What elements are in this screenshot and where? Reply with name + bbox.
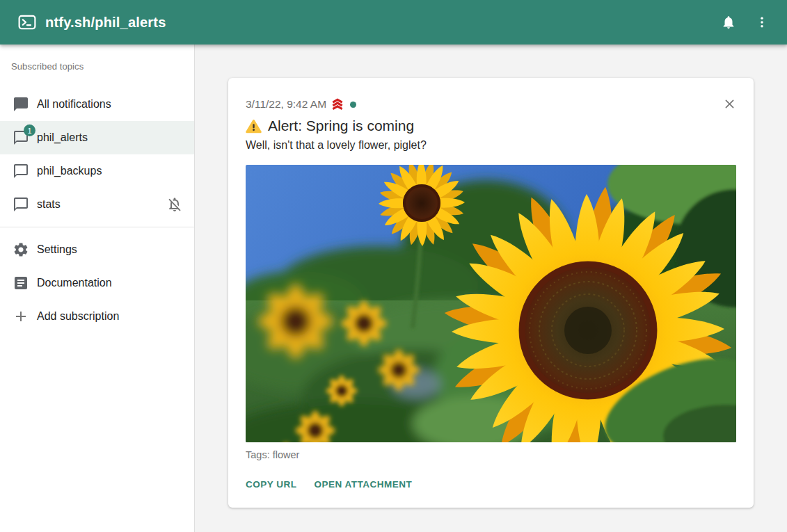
chat-bubble-filled-icon [13, 96, 29, 113]
notification-timestamp: 3/11/22, 9:42 AM [246, 98, 326, 111]
sidebar-item-all-notifications[interactable]: All notifications [0, 88, 194, 121]
sunflower-photo [246, 165, 736, 442]
sidebar-item-stats[interactable]: stats [0, 188, 194, 221]
priority-max-icon [331, 97, 344, 111]
main-area: 3/11/22, 9:42 AM Alert: Spring is comi [195, 45, 787, 532]
app-bar: ntfy.sh/phil_alerts [0, 0, 787, 45]
notification-title-row: Alert: Spring is coming [246, 118, 736, 134]
chat-bubble-outline-icon [13, 163, 29, 179]
sidebar-item-phil-alerts[interactable]: 1 phil_alerts [0, 121, 194, 154]
sidebar-item-settings[interactable]: Settings [0, 233, 194, 266]
open-attachment-button[interactable]: OPEN ATTACHMENT [315, 478, 413, 491]
attachment-image[interactable] [246, 165, 736, 442]
bell-icon [721, 15, 736, 30]
close-notification-button[interactable] [720, 95, 738, 113]
copy-url-button[interactable]: COPY URL [246, 478, 297, 491]
topic-list: All notifications 1 phil_alerts [0, 88, 194, 221]
overflow-menu-button[interactable] [745, 6, 779, 39]
sidebar-item-label: Settings [37, 243, 77, 256]
sidebar-menu: Settings Documentation [0, 233, 194, 333]
sidebar-item-label: Add subscription [37, 310, 119, 323]
sidebar-item-add-subscription[interactable]: Add subscription [0, 300, 194, 333]
plus-icon [13, 308, 29, 325]
sidebar-divider [0, 227, 194, 227]
notifications-button[interactable] [712, 6, 745, 39]
chat-bubble-outline-icon: 1 [13, 129, 29, 146]
unread-dot-icon [350, 102, 356, 108]
notification-tags: Tags: flower [246, 449, 736, 460]
notification-title: Alert: Spring is coming [268, 118, 414, 134]
close-icon [723, 97, 736, 111]
sidebar-item-documentation[interactable]: Documentation [0, 266, 194, 300]
sidebar-item-label: All notifications [37, 98, 111, 111]
notification-meta-row: 3/11/22, 9:42 AM [246, 97, 736, 111]
notification-body: Well, isn't that a lovely flower, piglet… [246, 139, 736, 152]
kebab-vertical-icon [755, 15, 769, 29]
article-icon [13, 275, 29, 291]
unread-count-badge: 1 [24, 124, 35, 136]
sidebar-item-label: phil_backups [37, 165, 102, 177]
sidebar-item-label: phil_alerts [37, 131, 88, 144]
notifications-off-icon [166, 196, 183, 213]
page-title: ntfy.sh/phil_alerts [45, 15, 166, 31]
notification-actions: COPY URL OPEN ATTACHMENT [246, 478, 736, 491]
chat-bubble-outline-icon [13, 196, 29, 213]
gear-icon [13, 241, 29, 258]
sidebar-item-label: Documentation [37, 277, 112, 289]
sidebar-item-phil-backups[interactable]: phil_backups [0, 154, 194, 188]
terminal-logo-icon [18, 13, 36, 31]
warning-emoji-icon [246, 119, 262, 134]
sidebar-item-label: stats [37, 198, 61, 211]
subscribed-topics-label: Subscribed topics [0, 61, 194, 72]
sidebar: Subscribed topics All notifications [0, 45, 195, 532]
ntfy-app: ntfy.sh/phil_alerts Subscribed topics [0, 0, 787, 532]
notification-card: 3/11/22, 9:42 AM Alert: Spring is comi [228, 78, 754, 508]
